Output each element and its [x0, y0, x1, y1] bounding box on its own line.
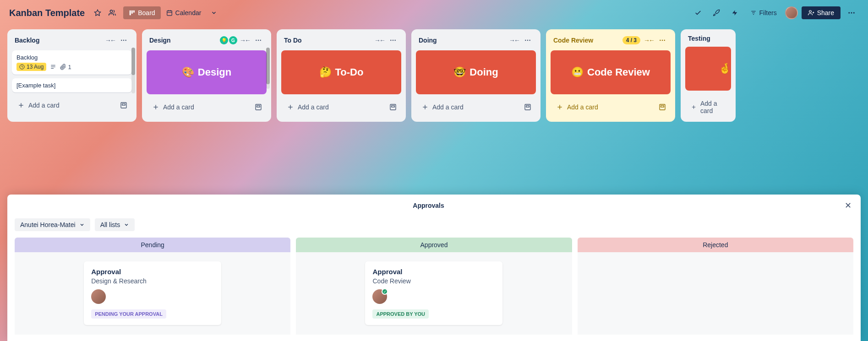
approval-col-rejected: Rejected	[578, 238, 853, 335]
rocket-icon[interactable]	[709, 5, 724, 20]
attachment-icon: 1	[60, 64, 71, 70]
approval-card-title: Approval	[91, 268, 214, 276]
list-menu-icon[interactable]	[657, 35, 668, 46]
template-icon[interactable]	[387, 101, 399, 114]
list-limit-badge: 4 / 3	[622, 36, 640, 44]
collapse-icon[interactable]: →←	[239, 35, 250, 46]
cover-card-testing[interactable]: 🤞	[685, 47, 731, 91]
list-title[interactable]: Code Review	[553, 37, 622, 44]
scrollbar[interactable]	[131, 48, 135, 93]
chevron-down-icon[interactable]	[207, 5, 221, 20]
list-code-review: Code Review 4 / 3 →← 😬 Code Review Add a…	[546, 29, 675, 122]
approvals-title: Approvals	[15, 202, 842, 209]
card-title: [Example task]	[16, 82, 127, 89]
cover-text: To-Do	[335, 66, 364, 78]
board-view-button[interactable]: Board	[123, 6, 160, 19]
add-card-button[interactable]: Add a card	[14, 99, 117, 112]
list-menu-icon[interactable]	[522, 35, 533, 46]
svg-point-46	[529, 40, 530, 41]
date-badge: 13 Aug	[16, 63, 46, 71]
cover-emoji: 😬	[571, 66, 584, 78]
svg-rect-29	[122, 104, 126, 105]
svg-point-53	[664, 40, 665, 41]
collapse-icon[interactable]: →←	[508, 35, 519, 46]
approval-col-pending: Pending Approval Design & Research PENDI…	[15, 238, 290, 335]
svg-rect-36	[257, 106, 260, 107]
list-title[interactable]: Testing	[688, 35, 728, 42]
list-title[interactable]: Design	[149, 37, 220, 44]
svg-point-30	[256, 40, 257, 41]
add-card-button[interactable]: Add a card	[687, 97, 729, 117]
status-badge: PENDING YOUR APPROVAL	[91, 309, 166, 319]
list-menu-icon[interactable]	[388, 35, 399, 46]
add-card-button[interactable]: Add a card	[418, 101, 521, 114]
calendar-view-button[interactable]: Calendar	[161, 6, 207, 19]
user-filter-dropdown[interactable]: Anutei Horea-Matei	[15, 218, 90, 231]
description-icon	[50, 64, 56, 70]
svg-point-45	[527, 40, 528, 41]
col-header: Rejected	[578, 238, 853, 252]
cover-card-code-review[interactable]: 😬 Code Review	[551, 50, 671, 94]
grammarly-icon[interactable]: G	[229, 36, 237, 44]
template-icon[interactable]	[656, 101, 669, 114]
lightbulb-icon[interactable]: 💡	[220, 36, 228, 44]
list-menu-icon[interactable]	[253, 35, 264, 46]
list-filter-dropdown[interactable]: All lists	[95, 218, 135, 231]
approval-card[interactable]: Approval Code Review ✓ APPROVED BY YOU	[365, 261, 502, 325]
template-icon[interactable]	[521, 101, 534, 114]
calendar-view-label: Calendar	[175, 9, 202, 16]
svg-point-18	[853, 12, 855, 14]
bolt-icon[interactable]	[727, 5, 742, 20]
list-menu-icon[interactable]	[118, 35, 129, 46]
template-icon[interactable]	[117, 99, 130, 112]
add-card-button[interactable]: Add a card	[552, 101, 656, 114]
list-backlog: Backlog →← Backlog 13 Aug 1 [Example	[7, 29, 136, 122]
svg-point-13	[809, 11, 811, 13]
cover-text: Doing	[469, 66, 498, 78]
cover-emoji: 🤓	[453, 66, 466, 78]
cover-emoji: 🤞	[719, 63, 731, 75]
collapse-icon[interactable]: →←	[374, 35, 385, 46]
svg-point-20	[123, 40, 124, 41]
card-backlog[interactable]: Backlog 13 Aug 1	[12, 50, 132, 75]
close-icon[interactable]: ✕	[842, 200, 853, 211]
card-title: Backlog	[16, 54, 127, 61]
cover-text: Design	[198, 66, 231, 78]
svg-rect-4	[133, 11, 135, 13]
filters-button[interactable]: Filters	[746, 6, 781, 19]
more-icon[interactable]	[844, 5, 859, 20]
approval-card-sub: Code Review	[372, 277, 495, 285]
star-icon[interactable]	[90, 5, 105, 20]
scrollbar[interactable]	[266, 48, 270, 89]
card-example[interactable]: [Example task]	[12, 78, 132, 92]
list-doing: Doing →← 🤓 Doing Add a card	[411, 29, 540, 122]
approvals-panel: Approvals ✕ Anutei Horea-Matei All lists…	[7, 195, 861, 341]
approval-card[interactable]: Approval Design & Research PENDING YOUR …	[84, 261, 221, 325]
grammarly-icons: 💡 G	[220, 36, 237, 44]
cover-emoji: 🎨	[182, 66, 194, 78]
cover-card-doing[interactable]: 🤓 Doing	[416, 50, 536, 94]
svg-rect-5	[167, 11, 172, 15]
svg-point-32	[260, 40, 261, 41]
collapse-icon[interactable]: →←	[104, 35, 115, 46]
cover-card-design[interactable]: 🎨 Design	[147, 50, 267, 94]
list-title[interactable]: Doing	[419, 37, 508, 44]
board-area: Backlog →← Backlog 13 Aug 1 [Example	[0, 26, 868, 129]
add-card-button[interactable]: Add a card	[283, 101, 387, 114]
add-card-button[interactable]: Add a card	[148, 101, 252, 114]
share-button[interactable]: Share	[802, 6, 841, 19]
collapse-icon[interactable]: →←	[643, 35, 654, 46]
avatar	[91, 289, 106, 304]
cover-card-todo[interactable]: 🤔 To-Do	[281, 50, 401, 94]
list-title[interactable]: Backlog	[15, 37, 104, 44]
board-title[interactable]: Kanban Template	[9, 8, 85, 18]
template-icon[interactable]	[252, 101, 265, 114]
check-icon[interactable]	[691, 5, 705, 20]
list-title[interactable]: To Do	[284, 37, 374, 44]
people-icon[interactable]	[105, 5, 120, 20]
list-design: Design 💡 G →← 🎨 Design Add a card	[142, 29, 271, 122]
avatar: ✓	[372, 289, 387, 304]
approval-card-title: Approval	[372, 268, 495, 276]
top-bar: Kanban Template Board Calendar Filters S…	[0, 0, 868, 26]
user-avatar[interactable]	[785, 6, 798, 19]
